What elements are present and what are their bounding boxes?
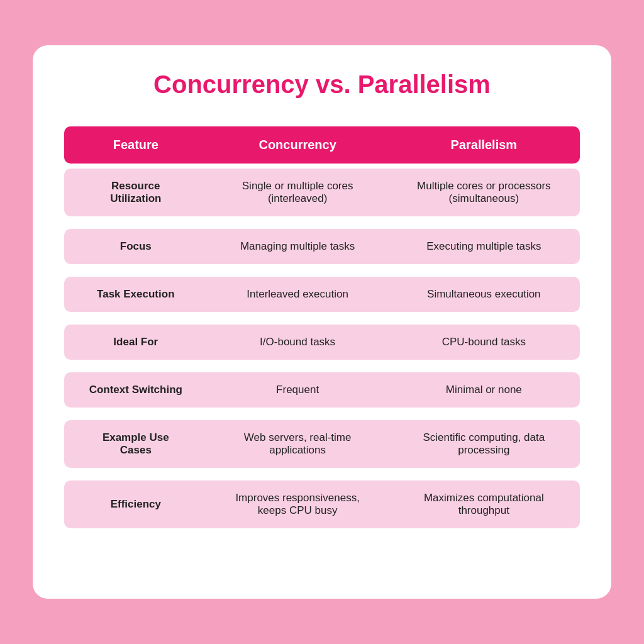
cell-6-feature: Efficiency	[64, 480, 208, 528]
header-concurrency: Concurrency	[208, 126, 388, 164]
cell-6-parallelism: Maximizes computationalthroughput	[388, 480, 580, 528]
table-row: FocusManaging multiple tasksExecuting mu…	[64, 229, 580, 264]
header-feature: Feature	[64, 126, 208, 164]
spacer-row	[64, 317, 580, 319]
cell-4-concurrency: Frequent	[208, 372, 388, 408]
cell-2-concurrency: Interleaved execution	[208, 277, 388, 312]
header-parallelism: Parallelism	[388, 126, 580, 164]
cell-3-parallelism: CPU-bound tasks	[388, 325, 580, 360]
cell-1-parallelism: Executing multiple tasks	[388, 229, 580, 264]
cell-3-concurrency: I/O-bound tasks	[208, 325, 388, 360]
cell-3-feature: Ideal For	[64, 325, 208, 360]
table-row: Ideal ForI/O-bound tasksCPU-bound tasks	[64, 325, 580, 360]
spacer-row	[64, 221, 580, 224]
cell-2-parallelism: Simultaneous execution	[388, 277, 580, 312]
table-row: EfficiencyImproves responsiveness,keeps …	[64, 480, 580, 528]
table-header-row: Feature Concurrency Parallelism	[64, 126, 580, 164]
cell-4-feature: Context Switching	[64, 372, 208, 408]
table-row: ResourceUtilizationSingle or multiple co…	[64, 169, 580, 216]
table-row: Example UseCasesWeb servers, real-timeap…	[64, 420, 580, 468]
cell-4-parallelism: Minimal or none	[388, 372, 580, 408]
cell-5-concurrency: Web servers, real-timeapplications	[208, 420, 388, 468]
spacer-row	[64, 269, 580, 272]
comparison-table: Feature Concurrency Parallelism Resource…	[64, 121, 580, 533]
cell-0-parallelism: Multiple cores or processors(simultaneou…	[388, 169, 580, 216]
cell-2-feature: Task Execution	[64, 277, 208, 312]
cell-1-concurrency: Managing multiple tasks	[208, 229, 388, 264]
spacer-row	[64, 365, 580, 367]
table-row: Task ExecutionInterleaved executionSimul…	[64, 277, 580, 312]
page-title: Concurrency vs. Parallelism	[64, 70, 580, 99]
main-card: Concurrency vs. Parallelism Feature Conc…	[33, 45, 611, 599]
cell-0-feature: ResourceUtilization	[64, 169, 208, 216]
spacer-row	[64, 413, 580, 415]
cell-1-feature: Focus	[64, 229, 208, 264]
cell-5-feature: Example UseCases	[64, 420, 208, 468]
spacer-row	[64, 473, 580, 475]
cell-5-parallelism: Scientific computing, dataprocessing	[388, 420, 580, 468]
cell-6-concurrency: Improves responsiveness,keeps CPU busy	[208, 480, 388, 528]
cell-0-concurrency: Single or multiple cores(interleaved)	[208, 169, 388, 216]
table-row: Context SwitchingFrequentMinimal or none	[64, 372, 580, 408]
